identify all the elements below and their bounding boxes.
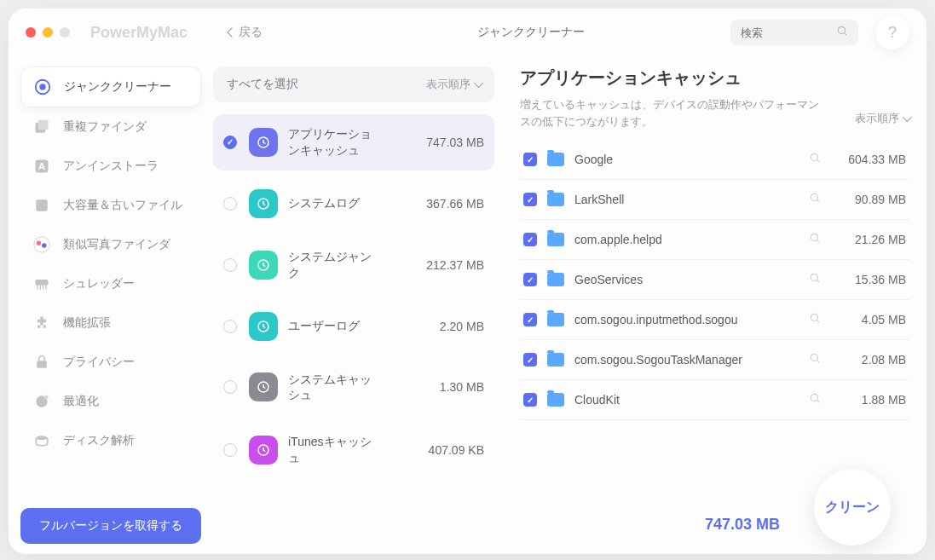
svg-line-32 [817, 240, 820, 243]
reveal-icon[interactable] [809, 192, 821, 207]
svg-line-40 [817, 401, 820, 403]
maximize-window-button[interactable] [60, 27, 70, 38]
category-list: アプリケーションキャッシュ 747.03 MB システムログ 367.66 MB… [213, 114, 494, 478]
file-checkbox[interactable] [523, 193, 537, 206]
category-label: システムキャッシュ [288, 372, 382, 404]
sidebar-item-6[interactable]: 機能拡張 [20, 303, 201, 343]
file-list: Google 604.33 MB LarkShell 90.89 MB com.… [520, 140, 909, 494]
full-version-button[interactable]: フルバージョンを取得する [20, 508, 201, 544]
reveal-icon[interactable] [809, 232, 821, 247]
file-size: 15.36 MB [831, 273, 906, 286]
topbar: PowerMyMac 戻る ジャンククリーナー ? [9, 9, 926, 56]
category-checkbox[interactable] [223, 320, 237, 333]
file-name: com.sogou.inputmethod.sogou [574, 313, 802, 326]
sidebar-item-label: 重複ファインダ [63, 119, 147, 135]
file-item[interactable]: GeoServices 15.36 MB [520, 260, 909, 300]
sidebar-item-7[interactable]: プライバシー [20, 343, 201, 382]
svg-point-35 [811, 314, 817, 320]
file-name: Google [574, 153, 802, 166]
category-icon [249, 128, 278, 157]
select-all-bar[interactable]: すべてを選択 表示順序 [213, 66, 494, 102]
detail-title: アプリケーションキャッシュ [520, 66, 827, 89]
disk-analyze-icon [32, 431, 51, 450]
category-checkbox[interactable] [223, 258, 237, 272]
search-field[interactable] [730, 20, 858, 45]
file-checkbox[interactable] [523, 393, 537, 407]
category-item[interactable]: システムジャンク 212.37 MB [213, 237, 494, 293]
search-input[interactable] [741, 26, 836, 39]
category-checkbox[interactable] [223, 136, 237, 149]
file-size: 1.88 MB [831, 393, 906, 407]
file-item[interactable]: com.sogou.SogouTaskManager 2.08 MB [520, 340, 909, 380]
reveal-icon[interactable] [809, 152, 821, 167]
file-item[interactable]: LarkShell 90.89 MB [520, 180, 909, 220]
chevron-down-icon [474, 78, 483, 88]
category-checkbox[interactable] [223, 197, 237, 211]
sidebar-item-4[interactable]: 類似写真ファインダ [20, 225, 201, 264]
file-item[interactable]: Google 604.33 MB [520, 140, 909, 180]
back-button[interactable]: 戻る [228, 25, 263, 40]
reveal-icon[interactable] [809, 352, 821, 367]
sort-label: 表示順序 [855, 111, 899, 126]
file-checkbox[interactable] [523, 313, 537, 326]
category-checkbox[interactable] [223, 380, 237, 394]
category-sort-dropdown[interactable]: 表示順序 [426, 77, 481, 92]
file-item[interactable]: CloudKit 1.88 MB [520, 380, 909, 420]
file-checkbox[interactable] [523, 153, 537, 166]
sidebar-item-2[interactable]: Aアンインストーラ [20, 147, 201, 186]
chevron-down-icon [903, 113, 912, 122]
category-item[interactable]: システムログ 367.66 MB [213, 177, 494, 230]
svg-point-11 [42, 243, 47, 248]
file-item[interactable]: com.sogou.inputmethod.sogou 4.05 MB [520, 300, 909, 340]
detail-subtitle: 増えているキャッシュは、デバイスの誤動作やパフォーマンスの低下につながります。 [520, 96, 827, 130]
category-checkbox[interactable] [223, 443, 237, 457]
sidebar-item-label: 機能拡張 [63, 315, 111, 331]
category-item[interactable]: システムキャッシュ 1.30 MB [213, 360, 494, 416]
sidebar-item-0[interactable]: ジャンククリーナー [20, 66, 201, 107]
svg-line-34 [817, 280, 820, 283]
svg-point-10 [37, 240, 42, 245]
help-button[interactable]: ? [875, 15, 909, 49]
file-name: CloudKit [574, 393, 802, 407]
sidebar-item-label: ディスク解析 [63, 433, 135, 448]
reveal-icon[interactable] [809, 312, 821, 327]
reveal-icon[interactable] [809, 392, 821, 407]
clean-button[interactable]: クリーン [814, 469, 891, 546]
file-size: 90.89 MB [831, 193, 906, 206]
footer: 747.03 MB クリーン [520, 494, 909, 554]
uninstaller-icon: A [32, 157, 51, 176]
svg-rect-8 [36, 199, 47, 211]
category-icon [249, 189, 278, 218]
junk-cleaner-icon [33, 78, 52, 96]
svg-rect-5 [38, 120, 49, 130]
svg-point-9 [34, 237, 49, 252]
file-checkbox[interactable] [523, 353, 537, 367]
minimize-window-button[interactable] [43, 27, 53, 38]
category-icon [249, 312, 278, 341]
sidebar-item-9[interactable]: ディスク解析 [20, 421, 201, 460]
sidebar-item-1[interactable]: 重複ファインダ [20, 107, 201, 147]
svg-point-31 [811, 234, 817, 240]
sort-label: 表示順序 [426, 77, 470, 92]
app-window: PowerMyMac 戻る ジャンククリーナー ? ジャンククリーナー重複ファイ… [9, 9, 926, 554]
file-item[interactable]: com.apple.helpd 21.26 MB [520, 220, 909, 260]
detail-header: アプリケーションキャッシュ 増えているキャッシュは、デバイスの誤動作やパフォーマ… [520, 66, 909, 130]
svg-point-27 [811, 153, 817, 160]
svg-point-37 [811, 354, 817, 361]
detail-sort-dropdown[interactable]: 表示順序 [855, 111, 909, 126]
file-checkbox[interactable] [523, 273, 537, 286]
sidebar-item-5[interactable]: シュレッダー [20, 264, 201, 303]
category-item[interactable]: iTunesキャッシュ 407.09 KB [213, 422, 494, 478]
file-size: 4.05 MB [831, 313, 906, 326]
sidebar-item-8[interactable]: 最適化 [20, 382, 201, 421]
sidebar-item-3[interactable]: 大容量＆古いファイル [20, 186, 201, 225]
folder-icon [547, 153, 564, 166]
brand-label: PowerMyMac [90, 24, 188, 42]
category-item[interactable]: アプリケーションキャッシュ 747.03 MB [213, 114, 494, 170]
file-checkbox[interactable] [523, 233, 537, 246]
reveal-icon[interactable] [809, 272, 821, 287]
category-item[interactable]: ユーザーログ 2.20 MB [213, 300, 494, 353]
folder-icon [547, 233, 564, 246]
close-window-button[interactable] [26, 27, 36, 38]
chevron-left-icon [227, 27, 236, 37]
